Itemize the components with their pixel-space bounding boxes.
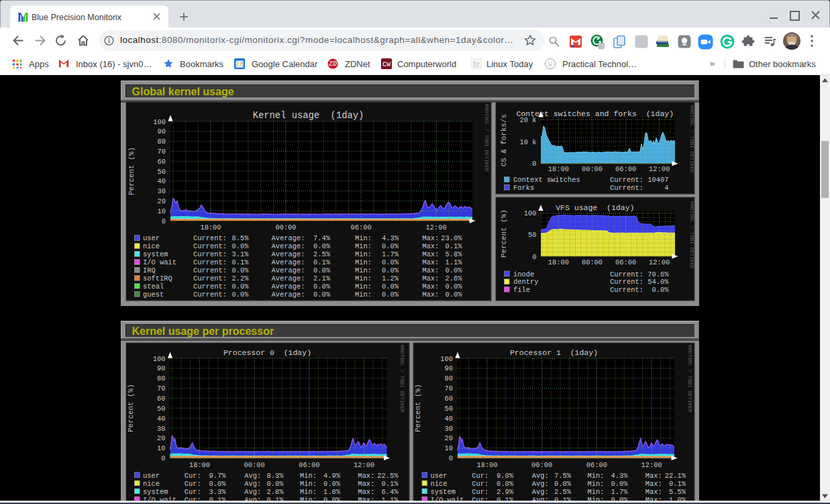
svg-text:I/O wait: I/O wait — [143, 258, 176, 266]
svg-text:06:00: 06:00 — [586, 461, 607, 469]
svg-text:20: 20 — [157, 434, 165, 442]
svg-text:Average:: Average: — [272, 250, 305, 258]
svg-text:0.0%: 0.0% — [267, 480, 284, 488]
svg-text:20: 20 — [158, 197, 166, 205]
svg-text:0.0%: 0.0% — [446, 291, 463, 299]
svg-text:Min:: Min: — [300, 480, 317, 488]
svg-text:Processor 1 (1day): Processor 1 (1day) — [510, 348, 598, 357]
svg-text:Percent (%): Percent (%) — [414, 384, 422, 432]
svg-text:0.0%: 0.0% — [313, 291, 331, 299]
svg-text:0.0%: 0.0% — [382, 283, 399, 291]
svg-text:user: user — [143, 234, 160, 242]
svg-text:100: 100 — [524, 209, 537, 217]
svg-text:0.1%: 0.1% — [313, 258, 331, 266]
svg-text:100: 100 — [440, 355, 453, 363]
svg-text:IRQ: IRQ — [143, 266, 156, 274]
svg-text:0: 0 — [162, 217, 166, 225]
svg-text:70.6%: 70.6% — [647, 270, 669, 279]
svg-text:12:00: 12:00 — [649, 165, 670, 173]
svg-text:0.1%: 0.1% — [669, 480, 686, 488]
svg-text:VFS usage (1day): VFS usage (1day) — [556, 203, 634, 212]
svg-text:Max:: Max: — [422, 274, 439, 283]
svg-text:0: 0 — [532, 160, 536, 168]
svg-text:Min:: Min: — [355, 266, 372, 274]
svg-text:0.0%: 0.0% — [232, 266, 250, 274]
svg-text:80: 80 — [158, 138, 166, 146]
svg-text:Cur:: Cur: — [185, 480, 201, 488]
svg-text:18:00: 18:00 — [189, 461, 210, 469]
svg-text:10: 10 — [445, 444, 453, 452]
svg-text:Min:: Min: — [588, 488, 605, 496]
svg-text:Max:: Max: — [358, 472, 374, 480]
svg-text:Average:: Average: — [272, 266, 305, 274]
svg-text:steal: steal — [143, 283, 164, 291]
svg-text:Processor 0 (1day): Processor 0 (1day) — [223, 348, 311, 357]
svg-text:Context switches: Context switches — [513, 176, 580, 184]
svg-text:23.0%: 23.0% — [441, 234, 462, 242]
svg-text:Min:: Min: — [355, 258, 372, 266]
svg-text:Average:: Average: — [272, 291, 305, 299]
svg-text:18:00: 18:00 — [200, 223, 221, 232]
svg-text:20: 20 — [445, 434, 453, 442]
svg-text:5.8%: 5.8% — [446, 250, 463, 258]
svg-text:0.0%: 0.0% — [446, 266, 463, 274]
svg-text:Min:: Min: — [588, 480, 605, 488]
svg-text:1.7%: 1.7% — [382, 250, 399, 258]
svg-text:4.9%: 4.9% — [323, 472, 341, 480]
svg-text:40: 40 — [158, 177, 166, 185]
svg-text:system: system — [431, 488, 456, 496]
svg-text:2.8%: 2.8% — [267, 488, 284, 496]
svg-text:0.0%: 0.0% — [554, 480, 572, 488]
svg-text:RRDTOOL / TOBI OETIKER: RRDTOOL / TOBI OETIKER — [399, 345, 405, 413]
svg-text:2.5%: 2.5% — [554, 488, 572, 496]
svg-text:10 k: 10 k — [520, 138, 537, 146]
svg-text:Cur:: Cur: — [185, 488, 201, 496]
svg-text:Cur:: Cur: — [472, 480, 488, 488]
svg-text:Current:: Current: — [193, 266, 227, 274]
svg-text:2.2%: 2.2% — [232, 274, 250, 283]
svg-text:8.3%: 8.3% — [267, 472, 284, 480]
svg-text:Percent (%): Percent (%) — [127, 147, 136, 195]
svg-text:9.7%: 9.7% — [209, 472, 227, 480]
svg-text:0.1%: 0.1% — [446, 242, 463, 250]
svg-text:60: 60 — [158, 158, 166, 166]
svg-text:70: 70 — [158, 148, 166, 156]
svg-text:54.0%: 54.0% — [647, 278, 669, 286]
svg-text:Avg:: Avg: — [532, 488, 549, 496]
svg-text:0.0%: 0.0% — [497, 480, 514, 488]
svg-text:12:00: 12:00 — [426, 223, 447, 232]
svg-text:system: system — [143, 488, 168, 496]
svg-text:12:00: 12:00 — [649, 258, 670, 266]
svg-text:4: 4 — [664, 184, 668, 192]
svg-text:70: 70 — [445, 385, 453, 393]
svg-text:Current:: Current: — [193, 250, 227, 258]
svg-text:Forks: Forks — [513, 184, 534, 192]
svg-text:0.0%: 0.0% — [652, 286, 670, 294]
svg-text:Current:: Current: — [610, 184, 643, 192]
svg-text:0: 0 — [532, 253, 536, 261]
svg-text:dentry: dentry — [513, 278, 538, 286]
svg-text:softIRQ: softIRQ — [143, 274, 172, 283]
svg-text:0.0%: 0.0% — [232, 283, 250, 291]
svg-text:30: 30 — [157, 425, 165, 433]
svg-text:Average:: Average: — [272, 258, 305, 266]
svg-text:12:00: 12:00 — [354, 461, 374, 469]
svg-text:Max:: Max: — [422, 266, 439, 274]
svg-text:Min:: Min: — [355, 250, 372, 258]
svg-text:system: system — [143, 250, 168, 258]
svg-text:Max:: Max: — [645, 480, 662, 488]
svg-text:Current:: Current: — [610, 176, 643, 184]
svg-text:2.5%: 2.5% — [313, 250, 331, 258]
svg-text:Avg:: Avg: — [244, 472, 261, 480]
svg-text:Percent (%): Percent (%) — [127, 384, 135, 432]
svg-text:Min:: Min: — [588, 472, 605, 480]
svg-text:40: 40 — [445, 415, 453, 423]
svg-text:nice: nice — [431, 480, 448, 488]
svg-text:Min:: Min: — [355, 274, 372, 283]
svg-text:RRDTOOL / TOBI OETIKER: RRDTOOL / TOBI OETIKER — [689, 105, 694, 173]
svg-text:6.4%: 6.4% — [382, 488, 399, 496]
svg-text:2.6%: 2.6% — [446, 274, 463, 283]
svg-text:00:00: 00:00 — [531, 461, 552, 469]
svg-text:12:00: 12:00 — [641, 461, 662, 469]
svg-text:Min:: Min: — [355, 242, 372, 250]
